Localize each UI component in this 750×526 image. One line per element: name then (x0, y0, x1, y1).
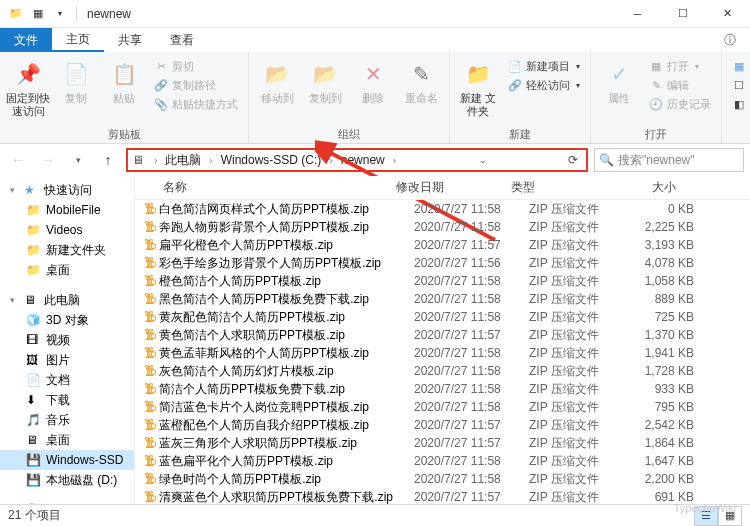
zip-icon: 🗜 (141, 382, 159, 396)
cut-button[interactable]: ✂剪切 (150, 58, 242, 75)
folder-icon: 📁 (6, 4, 26, 24)
table-row[interactable]: 🗜白色简洁网页样式个人简历PPT模板.zip2020/7/27 11:58ZIP… (135, 200, 750, 218)
chevron-right-icon[interactable]: › (387, 155, 402, 166)
table-row[interactable]: 🗜黑色简洁个人简历PPT模板免费下载.zip2020/7/27 11:58ZIP… (135, 290, 750, 308)
crumb-drive[interactable]: Windows-SSD (C:) (219, 153, 324, 167)
table-row[interactable]: 🗜蓝色扁平化个人简历PPT模板.zip2020/7/27 11:58ZIP 压缩… (135, 452, 750, 470)
open-button[interactable]: ▦打开▾ (645, 58, 715, 75)
table-row[interactable]: 🗜奔跑人物剪影背景个人简历PPT模板.zip2020/7/27 11:58ZIP… (135, 218, 750, 236)
sidebar-item[interactable]: 🖥桌面 (0, 430, 134, 450)
sidebar-item[interactable]: 💾Windows-SSD (0, 450, 134, 470)
col-size[interactable]: 大小 (606, 179, 676, 196)
addr-dropdown-button[interactable]: ⌄ (475, 155, 491, 165)
pasteshortcut-button[interactable]: 📎粘贴快捷方式 (150, 96, 242, 113)
nav-forward-button[interactable]: → (36, 148, 60, 172)
copy-button[interactable]: 📄复制 (54, 56, 98, 105)
zip-icon: 🗜 (141, 220, 159, 234)
sidebar-item[interactable]: 📁桌面 (0, 260, 134, 280)
sidebar-quick-access[interactable]: ▾★快速访问 (0, 180, 134, 200)
selectnone-button[interactable]: ☐全部取消 (728, 77, 750, 94)
copyto-button[interactable]: 📂复制到 (303, 56, 347, 105)
table-row[interactable]: 🗜黄色孟菲斯风格的个人简历PPT模板.zip2020/7/27 11:58ZIP… (135, 344, 750, 362)
col-date[interactable]: 修改日期 (396, 179, 511, 196)
sidebar-item[interactable]: 💾本地磁盘 (D:) (0, 470, 134, 490)
table-row[interactable]: 🗜简洁个人简历PPT模板免费下载.zip2020/7/27 11:58ZIP 压… (135, 380, 750, 398)
table-row[interactable]: 🗜彩色手绘多边形背景个人简历PPT模板.zip2020/7/27 11:56ZI… (135, 254, 750, 272)
nav-up-button[interactable]: ↑ (96, 148, 120, 172)
table-row[interactable]: 🗜橙色简洁个人简历PPT模板.zip2020/7/27 11:58ZIP 压缩文… (135, 272, 750, 290)
zip-icon: 🗜 (141, 202, 159, 216)
sidebar-item[interactable]: 🖼图片 (0, 350, 134, 370)
copypath-button[interactable]: 🔗复制路径 (150, 77, 242, 94)
tab-share[interactable]: 共享 (104, 28, 156, 52)
chevron-right-icon[interactable]: › (203, 155, 218, 166)
newfolder-button[interactable]: 📁新建 文件夹 (456, 56, 500, 118)
sidebar-item[interactable]: 📁新建文件夹 (0, 240, 134, 260)
zip-icon: 🗜 (141, 400, 159, 414)
zip-icon: 🗜 (141, 436, 159, 450)
sidebar-item[interactable]: 🎞视频 (0, 330, 134, 350)
table-row[interactable]: 🗜黄灰配色简洁个人简历PPT模板.zip2020/7/27 11:58ZIP 压… (135, 308, 750, 326)
qat-dropdown-icon[interactable]: ▾ (50, 4, 70, 24)
table-row[interactable]: 🗜灰色简洁个人简历幻灯片模板.zip2020/7/27 11:58ZIP 压缩文… (135, 362, 750, 380)
group-new-label: 新建 (450, 127, 590, 143)
moveto-button[interactable]: 📂移动到 (255, 56, 299, 105)
window-title: newnew (87, 7, 131, 21)
sidebar-network[interactable]: ▸🌐网络 (0, 500, 134, 504)
history-button[interactable]: 🕘历史记录 (645, 96, 715, 113)
pin-button[interactable]: 📌固定到快 速访问 (6, 56, 50, 118)
easyaccess-button[interactable]: 🔗轻松访问▾ (504, 77, 584, 94)
minimize-button[interactable]: ─ (615, 0, 660, 28)
sidebar-item[interactable]: 📁Videos (0, 220, 134, 240)
view-icons-button[interactable]: ▦ (718, 506, 742, 526)
table-row[interactable]: 🗜清爽蓝色个人求职简历PPT模板免费下载.zip2020/7/27 11:57Z… (135, 488, 750, 504)
ribbon-tabs: 文件 主页 共享 查看 ⓘ (0, 28, 750, 52)
sidebar-item[interactable]: 🎵音乐 (0, 410, 134, 430)
nav-recent-button[interactable]: ▾ (66, 148, 90, 172)
tab-home[interactable]: 主页 (52, 28, 104, 52)
search-input[interactable]: 🔍 搜索"newnew" (594, 148, 744, 172)
sidebar-item[interactable]: 📄文档 (0, 370, 134, 390)
table-row[interactable]: 🗜扁平化橙色个人简历PPT模板.zip2020/7/27 11:57ZIP 压缩… (135, 236, 750, 254)
zip-icon: 🗜 (141, 346, 159, 360)
close-button[interactable]: ✕ (705, 0, 750, 28)
breadcrumb[interactable]: 🖥 › 此电脑 › Windows-SSD (C:) › newnew › ⌄ … (126, 148, 588, 172)
newitem-button[interactable]: 📄新建项目▾ (504, 58, 584, 75)
qat-properties-icon[interactable]: ▦ (28, 4, 48, 24)
main-area: ▾★快速访问 📁MobileFile📁Videos📁新建文件夹📁桌面 ▾🖥此电脑… (0, 176, 750, 504)
table-row[interactable]: 🗜蓝灰三角形个人求职简历PPT模板.zip2020/7/27 11:57ZIP … (135, 434, 750, 452)
view-details-button[interactable]: ☰ (694, 506, 718, 526)
maximize-button[interactable]: ☐ (660, 0, 705, 28)
zip-icon: 🗜 (141, 490, 159, 504)
crumb-folder[interactable]: newnew (339, 153, 387, 167)
edit-button[interactable]: ✎编辑 (645, 77, 715, 94)
table-row[interactable]: 🗜简洁蓝色卡片个人岗位竞聘PPT模板.zip2020/7/27 11:58ZIP… (135, 398, 750, 416)
nav-back-button[interactable]: ← (6, 148, 30, 172)
tab-view[interactable]: 查看 (156, 28, 208, 52)
table-row[interactable]: 🗜蓝橙配色个人简历自我介绍PPT模板.zip2020/7/27 11:57ZIP… (135, 416, 750, 434)
delete-button[interactable]: ✕删除 (351, 56, 395, 105)
invert-button[interactable]: ◧反向选择 (728, 96, 750, 113)
chevron-right-icon[interactable]: › (323, 155, 338, 166)
sidebar-item[interactable]: 📁MobileFile (0, 200, 134, 220)
sidebar-item[interactable]: ⬇下载 (0, 390, 134, 410)
table-row[interactable]: 🗜黄色简洁个人求职简历PPT模板.zip2020/7/27 11:57ZIP 压… (135, 326, 750, 344)
sidebar-item[interactable]: 🧊3D 对象 (0, 310, 134, 330)
paste-button[interactable]: 📋粘贴 (102, 56, 146, 105)
selectall-button[interactable]: ▦全部选择 (728, 58, 750, 75)
col-name[interactable]: 名称 (141, 179, 396, 196)
col-type[interactable]: 类型 (511, 179, 606, 196)
crumb-thispc[interactable]: 此电脑 (163, 152, 203, 169)
properties-button[interactable]: ✓属性 (597, 56, 641, 105)
sidebar-this-pc[interactable]: ▾🖥此电脑 (0, 290, 134, 310)
table-row[interactable]: 🗜绿色时尚个人简历PPT模板.zip2020/7/27 11:58ZIP 压缩文… (135, 470, 750, 488)
ribbon: 📌固定到快 速访问 📄复制 📋粘贴 ✂剪切 🔗复制路径 📎粘贴快捷方式 剪贴板 … (0, 52, 750, 144)
search-icon: 🔍 (599, 153, 614, 167)
rename-button[interactable]: ✎重命名 (399, 56, 443, 105)
refresh-button[interactable]: ⟳ (564, 153, 582, 167)
zip-icon: 🗜 (141, 256, 159, 270)
ribbon-help-button[interactable]: ⓘ (710, 28, 750, 52)
tab-file[interactable]: 文件 (0, 28, 52, 52)
chevron-right-icon[interactable]: › (148, 155, 163, 166)
status-bar: 21 个项目 ☰ ▦ (0, 504, 750, 526)
